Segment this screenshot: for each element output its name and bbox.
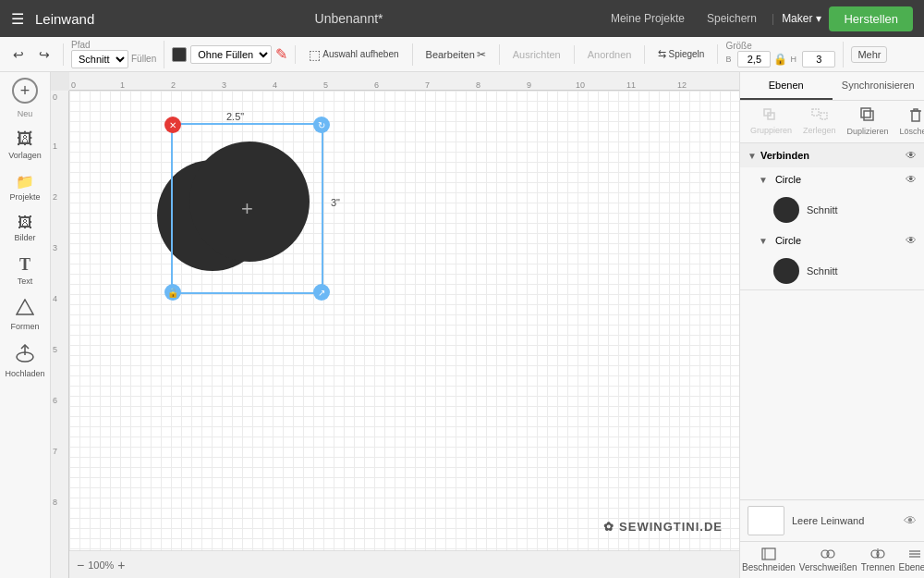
maker-button[interactable]: Maker ▾: [782, 12, 821, 25]
svg-rect-5: [812, 109, 819, 116]
canvas-content[interactable]: ✕ ↻ 🔒 ↗ + 2.5" 3" ✿ SEWINGTINI.DE: [69, 91, 739, 550]
sidebar-item-text[interactable]: T Text: [3, 250, 47, 291]
svg-rect-9: [912, 111, 919, 121]
verbinden-header[interactable]: ▼ Verbinden 👁: [740, 143, 924, 167]
svg-rect-7: [864, 111, 873, 120]
redo-button[interactable]: ↪: [33, 43, 55, 66]
svg-rect-6: [821, 113, 827, 119]
circle2-name: Circle: [775, 235, 898, 246]
align-button[interactable]: Ausrichten: [507, 45, 566, 64]
ruler-num-11: 11: [626, 80, 636, 90]
circle2-eye[interactable]: 👁: [906, 234, 917, 247]
undo-button[interactable]: ↩: [7, 43, 30, 66]
new-button[interactable]: +: [12, 78, 38, 104]
handle-lock[interactable]: 🔒: [164, 284, 181, 301]
svg-marker-0: [17, 300, 33, 314]
sidebar-item-projekte[interactable]: 📁 Projekte: [3, 167, 47, 207]
ruler-top: 0 1 2 3 4 5 6 7 8 9 10 11 12: [69, 72, 739, 91]
circle2-sub-item[interactable]: Schnitt: [740, 252, 924, 289]
toolbar: ↩ ↪ Pfad Schnitt Füllen Ohne Füllen ✎ ⬚ …: [0, 37, 924, 72]
fill-select[interactable]: Ohne Füllen: [190, 45, 272, 64]
more-button[interactable]: Mehr: [851, 46, 887, 63]
tab-synchronisieren[interactable]: Synchronisieren: [833, 72, 925, 100]
ruler-num-12: 12: [677, 80, 687, 90]
toolbar-edit: Bearbeiten ✂: [420, 44, 500, 65]
ruler-left-8: 8: [53, 498, 57, 507]
ruler-num-7: 7: [425, 80, 430, 90]
handle-rotate[interactable]: ↻: [313, 117, 330, 133]
zoom-in-button[interactable]: +: [117, 558, 125, 572]
height-input[interactable]: [802, 51, 835, 68]
arrange-button[interactable]: Anordnen: [582, 45, 638, 64]
beschneiden-icon: [761, 547, 776, 560]
handle-resize[interactable]: ↗: [313, 284, 330, 301]
svg-rect-10: [762, 548, 775, 560]
edit-button[interactable]: Bearbeiten ✂: [420, 44, 492, 65]
ruler-left-5: 5: [53, 345, 57, 354]
hochladen-icon: [16, 344, 34, 367]
delete-icon: [909, 107, 922, 125]
handle-close[interactable]: ✕: [164, 117, 181, 133]
width-input[interactable]: [737, 51, 771, 68]
bottom-tab-verschweissen[interactable]: Verschweißen: [797, 542, 859, 578]
circle2-chevron: ▼: [759, 236, 768, 246]
sidebar-item-hochladen[interactable]: Hochladen: [3, 338, 47, 384]
delete-button[interactable]: Löschen: [895, 105, 924, 139]
ruler-num-10: 10: [576, 80, 585, 90]
duplicate-button[interactable]: Duplizieren: [843, 105, 894, 139]
verbinden-eye[interactable]: 👁: [906, 149, 917, 162]
text-label: Text: [18, 277, 33, 286]
circle1-item[interactable]: ▼ Circle 👁: [740, 167, 924, 191]
ruler-num-2: 2: [171, 80, 176, 90]
formen-icon: [16, 299, 34, 320]
my-projects-button[interactable]: Meine Projekte: [603, 8, 692, 29]
ruler-num-3: 3: [222, 80, 226, 90]
canvas-area[interactable]: 0 1 2 3 4 5 6 7 8 9 10 11 12 0 1 2 3 4 5: [51, 72, 739, 578]
sidebar-item-bilder[interactable]: 🖼 Bilder: [3, 209, 47, 248]
circle1-eye[interactable]: 👁: [906, 173, 917, 186]
zoom-out-button[interactable]: −: [77, 558, 84, 572]
sidebar-item-vorlagen[interactable]: 🖼 Vorlagen: [3, 124, 47, 166]
vorlagen-icon: 🖼: [17, 129, 33, 149]
bilder-icon: 🖼: [18, 215, 32, 231]
ungroup-button[interactable]: Zerlegen: [798, 105, 841, 138]
sidebar-item-formen[interactable]: Formen: [3, 293, 47, 337]
projekte-label: Projekte: [9, 192, 40, 202]
mirror-button[interactable]: ⇆ Spiegeln: [652, 44, 710, 64]
bottom-preview-eye[interactable]: 👁: [904, 513, 917, 528]
circle1-thumb: [773, 197, 799, 223]
doc-title: Unbenannt*: [105, 11, 592, 26]
fill-label: Füllen: [131, 55, 156, 64]
menu-icon[interactable]: ☰: [11, 10, 24, 28]
watermark: ✿ SEWINGTINI.DE: [596, 512, 730, 541]
bottom-tab-ebenen[interactable]: Ebenen: [897, 542, 924, 578]
duplicate-icon: [860, 107, 875, 125]
bottom-tab-beschneiden[interactable]: Beschneiden: [740, 542, 797, 578]
circle1-sub-item[interactable]: Schnitt: [740, 191, 924, 228]
group-button[interactable]: Gruppieren: [746, 105, 796, 138]
verbinden-title: Verbinden: [760, 150, 902, 161]
divider: |: [772, 12, 774, 25]
bottom-tab-trennen[interactable]: Trennen: [859, 542, 897, 578]
ruler-left-6: 6: [53, 396, 57, 405]
circle1-chevron: ▼: [759, 175, 768, 185]
path-select[interactable]: Schnitt: [71, 50, 128, 68]
ruler-left-0: 0: [53, 92, 57, 102]
tab-ebenen[interactable]: Ebenen: [740, 72, 833, 100]
save-button[interactable]: Speichern: [699, 8, 764, 29]
center-move-handle[interactable]: +: [241, 197, 253, 221]
lock-icon: 🔒: [773, 53, 787, 66]
pen-icon: ✎: [275, 45, 287, 63]
herstellen-button[interactable]: Herstellen: [829, 6, 913, 31]
color-swatch[interactable]: [172, 47, 187, 62]
deselect-button[interactable]: ⬚ Auswahl aufheben: [303, 43, 404, 66]
selection-box: ✕ ↻ 🔒 ↗ +: [171, 123, 323, 294]
projekte-icon: 📁: [16, 173, 34, 191]
toolbar-path: Pfad Schnitt Füllen: [71, 41, 164, 68]
size-label: Größe: [725, 42, 835, 51]
toolbar-more: Mehr: [851, 46, 894, 63]
circle2-item[interactable]: ▼ Circle 👁: [740, 228, 924, 252]
bottom-preview-row: Leere Leinwand 👁: [740, 500, 924, 541]
app-title: Leinwand: [35, 11, 94, 27]
circle2-thumb: [773, 258, 799, 284]
